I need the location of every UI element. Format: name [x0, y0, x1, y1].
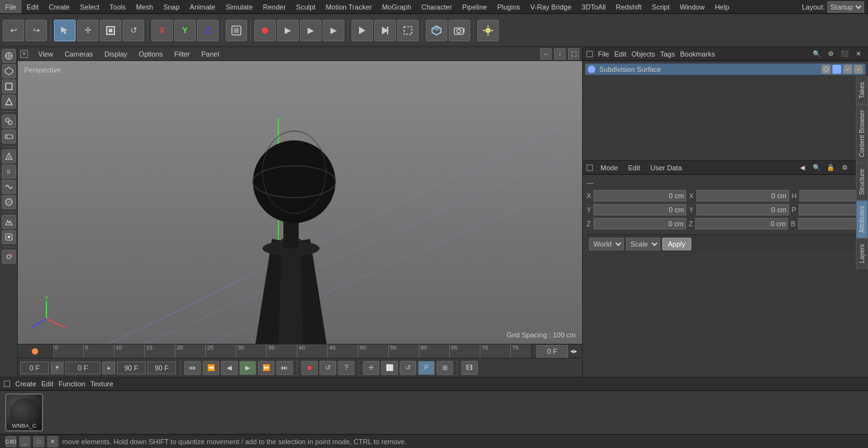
status-icon-minimize[interactable]: _ — [19, 436, 31, 447]
object-row-subdivision[interactable]: Subdivision Surface ✓ ✓ — [585, 64, 865, 75]
rotate-tool-button[interactable]: ↺ — [123, 20, 144, 41]
left-tool-2[interactable] — [2, 64, 16, 78]
left-tool-10[interactable] — [2, 195, 16, 209]
anim-auto-button[interactable]: ▶ — [300, 20, 322, 41]
attributes-panel-handle[interactable] — [587, 165, 593, 171]
left-tool-3[interactable] — [2, 79, 16, 93]
objects-file-menu[interactable]: File — [598, 50, 609, 58]
attributes-nav-left[interactable]: ◀ — [797, 162, 808, 173]
left-tool-6[interactable] — [2, 130, 16, 144]
object-check-1[interactable]: ✓ — [843, 65, 852, 74]
objects-settings-icon[interactable]: ⚙ — [825, 48, 836, 60]
coord-world-dropdown[interactable]: World — [589, 238, 624, 250]
select-tool-button[interactable] — [54, 20, 76, 41]
go-to-end-button[interactable]: ⏭ — [276, 361, 293, 375]
question-button[interactable]: ? — [338, 361, 355, 375]
objects-close-icon[interactable]: ✕ — [853, 48, 864, 60]
x-axis-button[interactable]: X — [151, 20, 173, 41]
move-tool-button[interactable]: ✛ — [77, 20, 98, 41]
viewport-icon-1[interactable]: ↔ — [540, 48, 552, 60]
menu-item-mesh[interactable]: Mesh — [131, 0, 158, 13]
play-forward-button[interactable]: ▶ — [240, 361, 256, 375]
playback-current-frame[interactable] — [65, 362, 100, 374]
current-frame-input[interactable] — [536, 345, 568, 358]
anim-key-button[interactable]: ▶ — [277, 20, 299, 41]
go-to-start-button[interactable]: ⏮ — [184, 361, 201, 375]
frame-arrows[interactable]: ◂▸ — [570, 347, 578, 355]
objects-objects-menu[interactable]: Objects — [632, 50, 655, 58]
view-cube-button[interactable] — [426, 20, 447, 41]
attributes-userdata-menu[interactable]: User Data — [648, 164, 685, 172]
coord-scale-dropdown[interactable]: Scale — [626, 238, 660, 250]
viewport-menu-options[interactable]: Options — [135, 50, 166, 58]
render-button[interactable] — [351, 20, 373, 41]
material-create-menu[interactable]: Create — [15, 380, 36, 388]
attr-y-rot-input[interactable] — [696, 204, 789, 215]
objects-tags-menu[interactable]: Tags — [660, 50, 675, 58]
material-panel-handle[interactable] — [4, 381, 10, 387]
viewport-icon-3[interactable]: ⛶ — [568, 48, 580, 60]
menu-item-plugins[interactable]: Plugins — [492, 0, 525, 13]
menu-item-render[interactable]: Render — [258, 0, 291, 13]
viewport-menu-view[interactable]: View — [34, 50, 57, 58]
objects-panel-handle[interactable] — [587, 51, 593, 57]
object-tag-1[interactable] — [822, 65, 831, 74]
viewport-menu-icon[interactable]: ≡ — [20, 50, 28, 58]
scale-tool-button[interactable] — [100, 20, 121, 41]
menu-item-file[interactable]: File — [0, 0, 22, 13]
anim-record-button[interactable] — [254, 20, 276, 41]
viewport-icon-2[interactable]: ↕ — [554, 48, 566, 60]
light-button[interactable] — [477, 20, 499, 41]
menu-item-character[interactable]: Character — [416, 0, 457, 13]
menu-item-simulate[interactable]: Simulate — [220, 0, 258, 13]
film-button[interactable]: 🎞 — [461, 361, 478, 375]
viewport-menu-display[interactable]: Display — [100, 50, 131, 58]
frame-range-down[interactable]: ▼ — [51, 362, 64, 374]
menu-item-edit[interactable]: Edit — [22, 0, 44, 13]
menu-item-create[interactable]: Create — [44, 0, 75, 13]
translate-mode-button[interactable]: ✛ — [363, 361, 379, 375]
left-tool-1[interactable] — [2, 49, 16, 63]
material-function-menu[interactable]: Function — [58, 380, 85, 388]
viewport-menu-filter[interactable]: Filter — [170, 50, 193, 58]
objects-edit-menu[interactable]: Edit — [614, 50, 627, 58]
attributes-edit-menu[interactable]: Edit — [626, 164, 643, 172]
attributes-settings-icon[interactable]: ⚙ — [839, 162, 850, 173]
menu-item-sculpt[interactable]: Sculpt — [291, 0, 321, 13]
loop-button[interactable]: ↺ — [320, 361, 336, 375]
attributes-mode-menu[interactable]: Mode — [598, 164, 621, 172]
viewport-menu-panel[interactable]: Panel — [198, 50, 223, 58]
right-tab-structure[interactable]: Structure — [856, 163, 868, 201]
rotate-mode-button[interactable]: ↺ — [400, 361, 416, 375]
left-tool-8[interactable]: S — [2, 165, 16, 179]
camera-button[interactable] — [449, 20, 470, 41]
menu-item-animate[interactable]: Animate — [185, 0, 220, 13]
material-thumb-wnba[interactable]: WNBA_C — [5, 393, 43, 431]
left-tool-9[interactable] — [2, 180, 16, 194]
layout-dropdown[interactable]: Startup — [827, 1, 864, 13]
record-button[interactable]: ⏺ — [301, 361, 318, 375]
viewport[interactable]: Perspective — [18, 61, 582, 344]
menu-item-snap[interactable]: Snap — [158, 0, 185, 13]
material-edit-menu[interactable]: Edit — [41, 380, 53, 388]
object-mode-button[interactable] — [226, 20, 247, 41]
coord-apply-button[interactable]: Apply — [662, 238, 691, 250]
menu-item-mograph[interactable]: MoGraph — [377, 0, 416, 13]
attributes-search-icon[interactable]: 🔍 — [811, 162, 822, 173]
menu-item-select[interactable]: Select — [75, 0, 105, 13]
status-icon-restore[interactable]: □ — [33, 436, 44, 447]
attr-x-rot-input[interactable] — [696, 190, 789, 201]
status-icon-close[interactable]: ✕ — [47, 436, 58, 447]
timeline-bar[interactable]: 0 5 10 15 20 25 30 35 40 45 50 55 60 65 … — [18, 344, 582, 358]
timeline-ruler[interactable]: 0 5 10 15 20 25 30 35 40 45 50 55 60 65 … — [53, 344, 531, 358]
menu-item-pipeline[interactable]: Pipeline — [457, 0, 492, 13]
left-tool-4[interactable] — [2, 95, 16, 109]
left-tool-5[interactable] — [2, 114, 16, 128]
undo-button[interactable]: ↩ — [3, 20, 24, 41]
render-active-button[interactable] — [374, 20, 396, 41]
right-tab-content-browser[interactable]: Content Browser — [856, 104, 868, 163]
anim-motion-button[interactable]: ▶ — [323, 20, 344, 41]
object-color-chip[interactable] — [832, 65, 841, 74]
attr-y-pos-input[interactable] — [593, 204, 686, 215]
render-region-button[interactable] — [397, 20, 419, 41]
